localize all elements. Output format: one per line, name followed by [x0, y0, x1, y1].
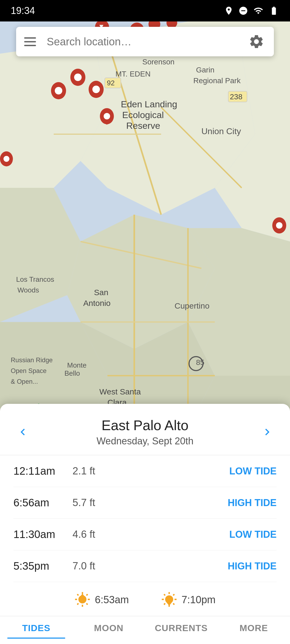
svg-text:Antonio: Antonio	[83, 299, 111, 308]
tab-label-more: MORE	[240, 623, 268, 633]
bottom-panel: East Palo Alto Wednesday, Sept 20th 12:1…	[0, 404, 290, 644]
tide-time-1: 6:56am	[13, 497, 73, 509]
svg-point-72	[3, 156, 9, 162]
location-header: East Palo Alto Wednesday, Sept 20th	[0, 404, 290, 455]
svg-text:Open Space: Open Space	[11, 367, 46, 374]
bottom-nav-indicator	[118, 636, 172, 639]
search-bar	[16, 27, 274, 56]
svg-point-75	[276, 222, 282, 229]
sunset-item: 7:10pm	[161, 592, 216, 608]
tide-time-2: 11:30am	[13, 528, 73, 540]
tide-row: 12:11am 2.1 ft LOW TIDE	[13, 455, 277, 487]
svg-point-63	[74, 74, 82, 81]
tide-label-1: HIGH TIDE	[228, 497, 277, 508]
tide-label-3: HIGH TIDE	[228, 561, 277, 572]
svg-text:Bello: Bello	[64, 369, 80, 377]
tide-list: 12:11am 2.1 ft LOW TIDE 6:56am 5.7 ft HI…	[0, 455, 290, 582]
svg-text:San: San	[94, 288, 108, 297]
menu-line	[24, 41, 36, 42]
svg-text:& Open...: & Open...	[11, 378, 38, 385]
svg-text:Ecological: Ecological	[122, 110, 164, 120]
svg-text:Garin: Garin	[196, 66, 214, 74]
svg-text:92: 92	[107, 79, 115, 87]
wifi-icon	[253, 6, 264, 16]
svg-point-69	[104, 113, 110, 119]
tide-row: 11:30am 4.6 ft LOW TIDE	[13, 519, 277, 550]
tab-currents[interactable]: CURRENTS	[145, 616, 218, 639]
tab-bar: TIDESMOONCURRENTSMORE	[0, 616, 290, 639]
next-arrow-button[interactable]	[258, 423, 277, 441]
location-date: Wednesday, Sept 20th	[32, 436, 258, 447]
tab-tides[interactable]: TIDES	[0, 616, 73, 639]
settings-button[interactable]	[247, 32, 266, 51]
sunset-time: 7:10pm	[182, 594, 216, 606]
sunrise-item: 6:53am	[74, 592, 129, 608]
location-name: East Palo Alto	[32, 417, 258, 433]
svg-text:Russian Ridge: Russian Ridge	[11, 356, 53, 364]
tide-label-2: LOW TIDE	[229, 529, 277, 540]
menu-line	[24, 45, 36, 46]
svg-text:Regional Park: Regional Park	[193, 76, 241, 85]
battery-icon	[269, 6, 279, 16]
sunset-icon	[161, 592, 177, 608]
tide-height-1: 5.7 ft	[73, 497, 228, 508]
location-icon	[224, 6, 234, 16]
tide-time-3: 5:35pm	[13, 560, 73, 572]
status-icons	[224, 6, 279, 16]
tide-height-3: 7.0 ft	[73, 560, 228, 572]
sunrise-icon	[74, 592, 90, 608]
tide-height-2: 4.6 ft	[73, 529, 229, 540]
search-input[interactable]	[47, 36, 247, 48]
svg-text:Cupertino: Cupertino	[175, 301, 209, 310]
tab-moon[interactable]: MOON	[73, 616, 145, 639]
svg-point-66	[92, 86, 100, 93]
tab-label-tides: TIDES	[22, 623, 50, 633]
svg-text:West Santa: West Santa	[99, 387, 141, 396]
svg-text:Los Trancos: Los Trancos	[16, 275, 54, 283]
dnd-icon	[238, 6, 248, 16]
tab-more[interactable]: MORE	[218, 616, 290, 639]
tide-label-0: LOW TIDE	[229, 466, 277, 477]
svg-point-60	[55, 87, 62, 94]
svg-text:Eden Landing: Eden Landing	[121, 99, 177, 109]
tide-row: 6:56am 5.7 ft HIGH TIDE	[13, 487, 277, 519]
tab-label-currents: CURRENTS	[155, 623, 208, 633]
svg-text:Union City: Union City	[201, 126, 241, 136]
prev-arrow-button[interactable]	[13, 423, 32, 441]
tide-height-0: 2.1 ft	[73, 465, 229, 477]
svg-text:Reserve: Reserve	[126, 120, 160, 131]
menu-button[interactable]	[24, 34, 40, 50]
svg-text:Monte: Monte	[67, 361, 86, 369]
svg-text:Woods: Woods	[17, 286, 39, 294]
status-bar: 19:34	[0, 0, 290, 21]
tide-time-0: 12:11am	[13, 465, 73, 477]
tab-label-moon: MOON	[94, 623, 124, 633]
svg-text:Sorenson: Sorenson	[142, 58, 175, 66]
location-info: East Palo Alto Wednesday, Sept 20th	[32, 417, 258, 447]
menu-line	[24, 37, 36, 39]
tide-row: 5:35pm 7.0 ft HIGH TIDE	[13, 550, 277, 582]
sun-row: 6:53am 7:10pm	[0, 582, 290, 613]
svg-text:238: 238	[230, 93, 242, 101]
svg-text:MT. EDEN: MT. EDEN	[115, 70, 151, 78]
status-time: 19:34	[11, 5, 35, 16]
sunrise-time: 6:53am	[95, 594, 129, 606]
